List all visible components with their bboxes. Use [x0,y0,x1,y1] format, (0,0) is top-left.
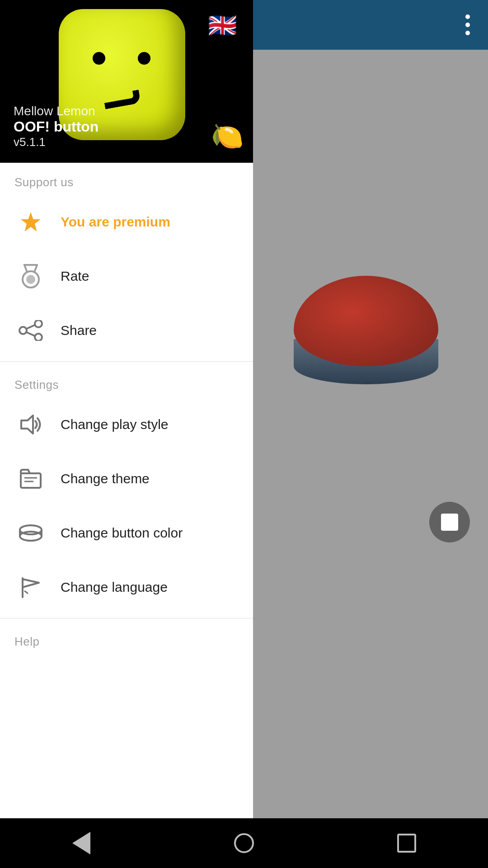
svg-point-6 [19,327,27,334]
menu-item-rate[interactable]: Rate [0,249,253,303]
divider-settings-help [0,618,253,618]
language-label: Change language [61,580,168,595]
more-vertical-icon[interactable] [465,14,470,35]
back-button[interactable] [59,825,104,861]
app-developer-name: Mellow Lemon [14,104,99,118]
top-bar [253,0,488,50]
play-style-label: Change play style [61,417,168,432]
svg-point-2 [26,275,35,284]
support-section-label: Support us [0,163,253,195]
ring-icon [14,517,47,549]
svg-line-21 [24,591,28,594]
menu-item-share[interactable]: Share [0,303,253,358]
menu-item-play-style[interactable]: Change play style [0,397,253,452]
menu-item-theme[interactable]: Change theme [0,452,253,506]
mouth [103,90,141,109]
navigation-drawer: 🇬🇧 🍋 Mellow Lemon OOF! button v5.1.1 Sup… [0,0,253,868]
svg-point-8 [35,334,42,341]
divider-support-settings [0,361,253,362]
svg-point-18 [20,532,42,541]
button-3d [294,276,447,429]
lemon-icon: 🍋 [211,123,242,154]
menu-item-language[interactable]: Change language [0,560,253,614]
button-color-label: Change button color [61,525,183,541]
star-icon [14,206,47,238]
language-flag: 🇬🇧 [208,14,239,36]
svg-marker-20 [23,579,39,587]
share-icon [14,314,47,347]
svg-rect-12 [21,473,41,488]
eye-left [93,52,105,65]
help-section-label: Help [0,622,253,654]
flag-icon [14,571,47,604]
home-button[interactable] [221,825,267,861]
svg-line-10 [27,332,35,336]
app-info: Mellow Lemon OOF! button v5.1.1 [14,104,99,149]
svg-marker-11 [21,415,33,434]
medal-icon [14,260,47,292]
home-icon [234,833,254,853]
app-title: OOF! button [14,118,99,135]
svg-line-3 [24,265,27,272]
volume-icon [14,408,47,441]
app-version: v5.1.1 [14,135,99,149]
stop-icon [441,514,458,531]
stop-fab-button[interactable] [429,502,470,542]
oof-button-visual[interactable] [253,172,488,488]
theme-icon [14,462,47,495]
svg-marker-0 [21,212,41,231]
back-icon [72,832,90,854]
svg-line-4 [34,265,37,272]
svg-line-9 [27,325,35,329]
navigation-bar [0,818,488,868]
recents-button[interactable] [384,825,429,861]
drawer-header: 🇬🇧 🍋 Mellow Lemon OOF! button v5.1.1 [0,0,253,163]
settings-section-label: Settings [0,365,253,397]
rate-label: Rate [61,269,89,284]
theme-label: Change theme [61,471,150,486]
recents-icon [397,834,416,853]
menu-item-premium[interactable]: You are premium [0,195,253,249]
button-top [294,276,438,366]
share-label: Share [61,323,97,338]
premium-label: You are premium [61,214,170,230]
svg-point-7 [35,320,42,327]
menu-item-button-color[interactable]: Change button color [0,506,253,560]
eye-right [138,52,150,65]
